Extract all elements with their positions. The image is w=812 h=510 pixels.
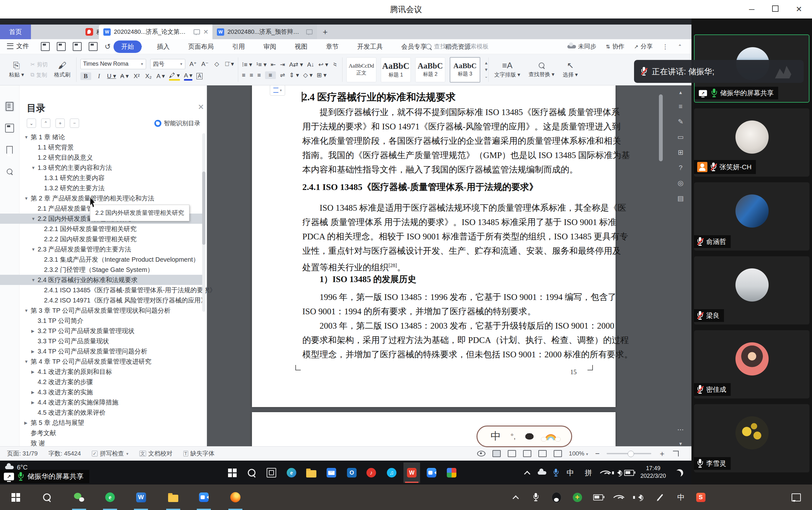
eye-protect-icon[interactable]: [477, 451, 486, 456]
chevron-down-icon[interactable]: ▼: [24, 359, 28, 364]
ime-toolbar[interactable]: 中 °,: [476, 425, 572, 447]
maximize-button[interactable]: [771, 5, 780, 14]
page-view-icon[interactable]: [492, 450, 501, 457]
outline-item[interactable]: 2.3.2 门径管理（Stage Gate System）: [0, 265, 204, 275]
collapse-ribbon-icon[interactable]: ⌃: [678, 44, 682, 50]
minimize-button[interactable]: ─: [747, 5, 756, 14]
ime-zh-icon[interactable]: 中: [562, 462, 579, 483]
outline-item[interactable]: ▶第 5 章 总结与展望: [0, 418, 204, 428]
outline-item[interactable]: 3.1 TP 公司简介: [0, 316, 204, 326]
chevron-right-icon[interactable]: ▶: [31, 369, 34, 374]
outline-item[interactable]: 3.3 TP 公司产品质量现状: [0, 336, 204, 346]
collaborate-button[interactable]: ⇅协作: [606, 42, 625, 51]
zoom-level[interactable]: 100% ▾: [569, 450, 588, 457]
outline-item[interactable]: 1.1 研究背景: [0, 142, 204, 152]
zoom-slider[interactable]: [607, 453, 651, 454]
document-scrollbar[interactable]: [659, 87, 663, 444]
battery-icon[interactable]: [588, 484, 608, 510]
wps-office-icon[interactable]: W: [403, 462, 420, 483]
superscript-button[interactable]: X²: [133, 73, 141, 80]
ime-punct-icon[interactable]: °,: [511, 432, 516, 441]
web-view-icon[interactable]: [523, 450, 531, 457]
collapse-level-icon[interactable]: －: [70, 119, 79, 128]
distribute-icon[interactable]: ⇌: [280, 71, 285, 79]
evernote-icon[interactable]: e: [100, 484, 120, 510]
tab-close-icon[interactable]: ✕: [203, 28, 209, 36]
wechat-icon[interactable]: [69, 484, 89, 510]
outline-item[interactable]: 2.4.2 ISO 14971《医疗器械 风险管理对医疗器械的应用》: [0, 295, 204, 305]
shrink-font-icon[interactable]: A⁻: [201, 60, 209, 67]
word-icon[interactable]: W: [132, 484, 150, 510]
chevron-right-icon[interactable]: ▶: [31, 329, 34, 333]
outline-tool-icon[interactable]: ≡: [676, 102, 686, 110]
chevron-down-icon[interactable]: ▼: [31, 247, 35, 252]
qq-icon[interactable]: [547, 484, 566, 510]
format-painter-button[interactable]: 🖌 格式刷: [52, 60, 72, 80]
borders-icon[interactable]: ⊞ ▾: [317, 71, 326, 79]
outline-item[interactable]: ▼1.3 研究的主要内容和方法: [0, 162, 204, 173]
zoom-slider-knob[interactable]: [628, 451, 634, 457]
strikethrough-button[interactable]: A ▾: [120, 72, 128, 80]
chevron-down-icon[interactable]: ▼: [24, 308, 28, 313]
layout-tool-icon[interactable]: ▤: [676, 194, 686, 202]
save-icon[interactable]: [41, 42, 50, 51]
new-tab-button[interactable]: +: [323, 27, 327, 37]
style-标题 3[interactable]: AaBbC标题 3: [450, 57, 480, 83]
start-icon[interactable]: [6, 484, 25, 510]
styles-down-icon[interactable]: ▼: [484, 67, 488, 72]
font-color-icon[interactable]: A ▾: [184, 72, 192, 81]
start-icon[interactable]: [224, 462, 240, 483]
missing-font-button[interactable]: T缺失字体: [183, 449, 215, 458]
outline-item[interactable]: 致 谢: [0, 438, 204, 446]
read-view-icon[interactable]: [539, 450, 547, 457]
document-tab-active[interactable]: W 20202480...济系_论文第二版 ✕: [99, 25, 220, 39]
outline-item[interactable]: ▼2.4 医疗器械行业的标准和法规要求: [0, 275, 204, 285]
number-list-icon[interactable]: ¹≡ ▾: [256, 61, 267, 68]
style-正文[interactable]: AaBbCcDd正文: [346, 57, 376, 82]
outline-item[interactable]: ▶4.3 改进方案的实施: [0, 387, 204, 397]
outline-item[interactable]: ▼第 4 章 TP 公司产品研发质量管理改进研究: [0, 356, 204, 366]
mail-icon[interactable]: [323, 462, 340, 483]
typeset-button[interactable]: ≡A 文字排版 ▾: [492, 60, 522, 80]
font-size-combo[interactable]: 四号▾: [150, 59, 185, 69]
outline-item[interactable]: ▼2.3 产品研发质量管理的主要方法: [0, 244, 204, 254]
participant-tile-5[interactable]: 密佳成: [694, 330, 809, 398]
outline-item[interactable]: 2.3.1 集成产品开发（Integrate Product Developme…: [0, 254, 204, 265]
heading-quick-nav[interactable]: ▾: [270, 85, 285, 96]
ime-pinyin-icon[interactable]: 拼: [580, 462, 597, 483]
outline-item[interactable]: ▶4.1 改进方案的原则和目标: [0, 366, 204, 377]
print-preview-icon[interactable]: [89, 42, 97, 51]
chevron-down-icon[interactable]: ▼: [31, 166, 35, 170]
sync-status[interactable]: 未同步: [568, 42, 597, 51]
tab-pin-icon[interactable]: [194, 29, 200, 34]
search-icon[interactable]: [243, 462, 260, 483]
outline-item[interactable]: ▼第 1 章 绪论: [0, 132, 204, 142]
chevron-down-icon[interactable]: ▼: [24, 135, 28, 140]
green-plus-icon[interactable]: +: [568, 484, 587, 510]
qq-music-icon[interactable]: ♫: [383, 462, 400, 483]
decrease-indent-icon[interactable]: ⇤: [271, 61, 276, 68]
chevron-right-icon[interactable]: ▶: [31, 349, 34, 354]
ime-zh-icon[interactable]: 中: [671, 484, 691, 510]
expand-all-icon[interactable]: ⌄: [27, 119, 36, 128]
outline-item[interactable]: 4.5 改进方案的效果评价: [0, 408, 204, 418]
wifi-icon[interactable]: [609, 484, 628, 510]
highlight-color-icon[interactable]: 🖍 ▾: [169, 72, 180, 81]
tab-home[interactable]: 首页: [0, 25, 31, 39]
text-effects-icon[interactable]: A ▾: [156, 72, 165, 80]
character-border-icon[interactable]: A: [197, 73, 203, 79]
ribbon-tab-页面布局[interactable]: 页面布局: [185, 41, 217, 53]
task-view-icon[interactable]: [263, 462, 280, 483]
copy-button[interactable]: ⧉复制: [30, 71, 48, 79]
ribbon-tab-会员专享[interactable]: 会员专享: [398, 41, 430, 53]
tab-pin-icon[interactable]: [306, 29, 313, 34]
ime-skin-icon[interactable]: [544, 433, 558, 440]
netease-music-icon[interactable]: ♪: [363, 462, 379, 483]
paste-button[interactable]: ⎘ 粘贴 ▾: [7, 60, 26, 80]
underline-button[interactable]: U ▾: [107, 72, 116, 80]
page-setup-icon[interactable]: ⺀: [332, 61, 338, 69]
tencent-meeting-icon[interactable]: [423, 462, 440, 483]
ribbon-tab-引用[interactable]: 引用: [229, 41, 248, 53]
find-replace-button[interactable]: 查找替换 ▾: [527, 60, 556, 79]
notification-center-icon[interactable]: [786, 484, 806, 510]
